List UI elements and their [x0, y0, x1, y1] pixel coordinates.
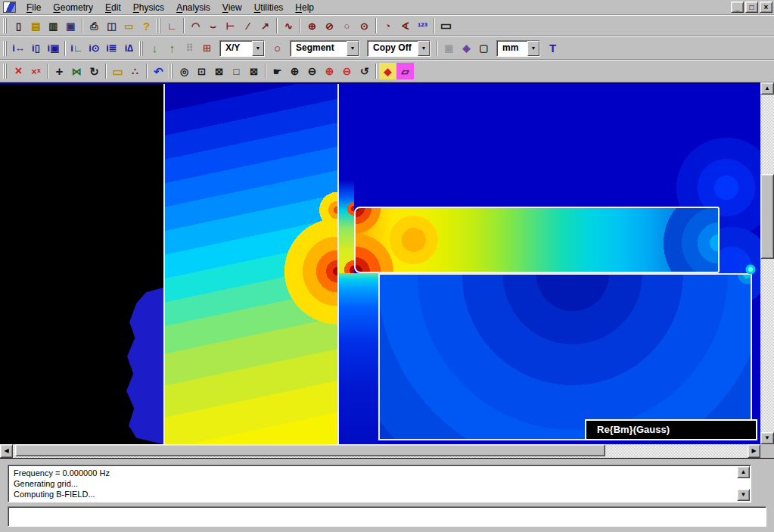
zoom-in-fine-button[interactable]: ⊕ [321, 63, 338, 79]
window-button[interactable]: □ [228, 63, 245, 79]
zoom-out-fine-button[interactable]: ⊖ [338, 63, 356, 79]
menu-utilities[interactable]: Utilities [248, 2, 290, 14]
scroll-left-icon[interactable]: ◀ [0, 444, 13, 458]
window-x-button[interactable]: ⊠ [245, 63, 263, 79]
scroll-right-icon[interactable]: ▶ [748, 444, 760, 458]
move-up-level-button[interactable]: ↑ [163, 40, 181, 57]
arc-tool-button[interactable]: ◠ [187, 17, 204, 34]
angle-arc-tool-button[interactable]: ∢ [396, 17, 414, 34]
chevron-down-icon[interactable]: ▼ [418, 41, 430, 56]
zoom-out-button[interactable]: ⊖ [303, 63, 321, 79]
rectangle-tool-button[interactable]: ▭ [437, 17, 455, 34]
move-points-button[interactable]: ∴ [126, 63, 144, 79]
chevron-down-icon[interactable]: ▼ [347, 41, 359, 56]
circle-info-button[interactable]: i⊙ [85, 40, 103, 57]
toolbar-gripper[interactable] [3, 18, 7, 33]
help-button[interactable]: ? [138, 17, 155, 34]
circle-center-tool-button[interactable]: ⊕ [303, 17, 321, 34]
field-legend-button[interactable]: ▱ [396, 63, 414, 79]
app-icon[interactable] [3, 2, 16, 13]
menu-edit[interactable]: Edit [99, 2, 127, 14]
text-tool-button[interactable]: T [544, 40, 561, 57]
menu-physics[interactable]: Physics [127, 2, 170, 14]
polyline-tool-button[interactable]: ∟ [163, 17, 181, 34]
zoom-dynamic-button[interactable]: ↺ [356, 63, 373, 79]
copy-mode-combo[interactable]: Copy Off ▼ [367, 40, 431, 57]
spline-tool-button[interactable]: ∿ [280, 17, 297, 34]
area-info-button[interactable]: i▯ [27, 40, 45, 57]
menu-view[interactable]: View [216, 2, 248, 14]
undo-button[interactable]: ↶ [150, 63, 167, 79]
delete-button[interactable]: × [10, 63, 27, 79]
rotate-button[interactable]: ↻ [85, 63, 103, 79]
open-button[interactable]: ▤ [27, 17, 45, 34]
scroll-down-icon[interactable]: ▼ [760, 432, 774, 444]
arc3-tool-button[interactable]: ◔ [379, 17, 396, 34]
minimize-button[interactable]: _ [731, 2, 744, 13]
display-options-button[interactable]: ▭ [120, 17, 138, 34]
menu-help[interactable]: Help [289, 2, 320, 14]
toolbar-gripper[interactable] [3, 41, 7, 56]
volume-info-button[interactable]: i▣ [45, 40, 62, 57]
monitor-button[interactable]: ▢ [475, 40, 493, 57]
scroll-up-icon[interactable]: ▲ [737, 466, 750, 478]
zoom-window-button[interactable]: ◎ [176, 63, 193, 79]
numbered-points-tool-button[interactable]: ¹²³ [414, 17, 431, 34]
curve-tool-button[interactable]: ⌣ [204, 17, 222, 34]
move-down-level-button[interactable]: ↓ [146, 40, 163, 57]
menu-geometry[interactable]: Geometry [47, 2, 99, 14]
save-button[interactable]: ▣ [62, 17, 79, 34]
ellipse-tool-button[interactable]: ○ [338, 17, 356, 34]
import-button[interactable]: ▥ [45, 17, 62, 34]
restore-button[interactable]: □ [745, 2, 758, 13]
menu-file[interactable]: File [20, 2, 47, 14]
materials-button[interactable]: ◈ [458, 40, 475, 57]
grid-snap-button[interactable]: ⊞ [198, 40, 216, 57]
ellipse-mode-button[interactable]: ○ [269, 40, 286, 57]
menu-analysis[interactable]: Analysis [170, 2, 216, 14]
print-preview-button[interactable]: ◫ [103, 17, 120, 34]
close-button[interactable]: × [760, 2, 772, 13]
circle-point-tool-button[interactable]: ⊙ [356, 17, 373, 34]
entity-type-combo[interactable]: Segment ▼ [290, 40, 359, 57]
toolbar-gripper[interactable] [157, 18, 160, 33]
vertical-scroll-thumb[interactable] [760, 174, 774, 259]
transform-info-button[interactable]: i∟ [68, 40, 85, 57]
new-button[interactable]: ▯ [10, 17, 27, 34]
horizontal-scrollbar[interactable]: ◀ ▶ [0, 444, 760, 458]
zoom-extents-button[interactable]: ⊡ [193, 63, 210, 79]
coordinate-mode-combo[interactable]: X/Y ▼ [219, 40, 265, 57]
grid-off-button[interactable]: ⠿ [181, 40, 198, 57]
dimension-info-button[interactable]: i↔ [10, 40, 27, 57]
toolbar-gripper[interactable] [3, 64, 7, 79]
horizontal-scroll-thumb[interactable] [15, 444, 605, 456]
scroll-up-icon[interactable]: ▲ [760, 82, 774, 95]
vertical-scrollbar[interactable]: ▲ ▼ [760, 82, 774, 444]
solver-log-box[interactable]: Frequency = 0.000000 HzGenerating grid..… [8, 465, 751, 502]
pan-button[interactable]: ☛ [269, 63, 286, 79]
command-input-box[interactable] [8, 506, 766, 527]
toolbar-gripper[interactable] [169, 64, 173, 79]
field-plot-canvas[interactable]: Re{Bm}(Gauss) [0, 82, 760, 444]
log-scrollbar[interactable]: ▲ ▼ [737, 466, 750, 501]
contour-plot-button[interactable]: ◆ [379, 63, 396, 79]
camera-button[interactable]: ▣ [440, 40, 458, 57]
print-button[interactable]: ⎙ [85, 17, 103, 34]
scroll-down-icon[interactable]: ▼ [737, 489, 750, 501]
zoom-in-button[interactable]: ⊕ [286, 63, 303, 79]
circle-radius-tool-button[interactable]: ⊘ [321, 17, 338, 34]
toolbar-gripper[interactable] [139, 41, 143, 56]
delete-all-button[interactable]: ×ˣ [27, 63, 45, 79]
point-line-tool-button[interactable]: ↗ [256, 17, 274, 34]
units-combo[interactable]: mm ▼ [496, 40, 540, 57]
hsegment-tool-button[interactable]: ⊢ [222, 17, 239, 34]
ruler-info-button[interactable]: i≣ [103, 40, 120, 57]
chevron-down-icon[interactable]: ▼ [527, 41, 539, 56]
zoom-selected-button[interactable]: ⊠ [210, 63, 228, 79]
segment-tool-button[interactable]: ∕ [239, 17, 256, 34]
angle-info-button[interactable]: i∆ [120, 40, 138, 57]
horizontal-scroll-track[interactable] [13, 444, 748, 458]
chevron-down-icon[interactable]: ▼ [252, 41, 264, 56]
mirror-button[interactable]: ⋈ [68, 63, 85, 79]
move-button[interactable]: + [51, 63, 68, 79]
